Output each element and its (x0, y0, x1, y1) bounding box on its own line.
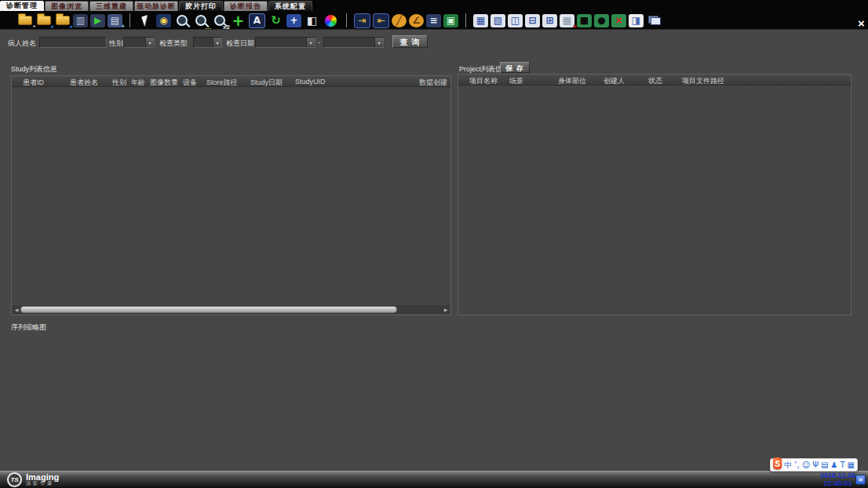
cascade-windows-icon[interactable] (646, 13, 662, 28)
grid-2x2-icon-glyph: ⊞ (545, 16, 553, 25)
sogou-logo-icon[interactable]: S (773, 457, 782, 469)
cursor-shape (141, 15, 151, 27)
project-table-body[interactable] (458, 86, 851, 315)
film-image-icon[interactable]: ▥ (73, 14, 88, 27)
study-list-table: 患者ID患者姓名性别年龄图像数量设备Store路径Study日期StudyUID… (11, 75, 451, 315)
chevron-down-icon: ▾ (145, 38, 154, 47)
window-level-icon-glyph: ◉ (159, 16, 167, 25)
ime-toolbar: S中’,☺Ψ▤♟T▦ (770, 458, 858, 472)
split-horizontal-icon[interactable]: ⊟ (525, 14, 540, 27)
measure-angle-icon-glyph: ∠ (412, 16, 421, 25)
scroll-right-icon[interactable]: ▶ (442, 305, 450, 314)
series-thumbnail-area (0, 331, 868, 471)
cn-en-toggle-icon[interactable]: 中 (784, 461, 792, 469)
color-palette-icon[interactable] (323, 13, 339, 28)
roi-ellipse-icon[interactable]: ● (594, 14, 609, 27)
skin-icon[interactable]: T (840, 461, 844, 469)
taskbar-time: 12:45:01 (820, 479, 855, 487)
tab-6[interactable]: 诊断报告 (224, 1, 268, 11)
column-header[interactable]: StudyUID (295, 78, 326, 86)
open-dicom-folder-icon[interactable]: * (16, 13, 33, 28)
user-account-icon[interactable]: ♟ (830, 461, 837, 469)
query-button[interactable]: 查 询 (392, 35, 428, 48)
grid-close-icon-glyph: ▦ (563, 16, 571, 25)
tab-3[interactable]: 三维重建 (89, 1, 133, 11)
import-study-folder-icon[interactable]: + (54, 13, 71, 28)
toolbar-group-2: ◉…x2+A↻+◧ (137, 13, 339, 28)
zoom-2x-icon[interactable]: x2 (211, 13, 228, 28)
measure-length-icon[interactable]: ╱ (392, 14, 407, 27)
zoom-region-icon[interactable]: … (192, 13, 209, 28)
application-window: 诊断管理图像浏览三维重建颈动脉诊断胶片打印诊断报告系统配置 *++▥▶▤+◉…x… (0, 0, 868, 488)
cursor-select-icon[interactable] (137, 13, 154, 28)
app-logo: TS (7, 472, 22, 487)
scrollbar-thumb[interactable] (20, 306, 397, 313)
roi-rect-icon-glyph: ■ (580, 16, 589, 25)
app-logo-name: Imaging (26, 473, 59, 481)
emoji-icon[interactable]: ☺ (802, 461, 810, 469)
send-study-icon[interactable]: ▶ (90, 14, 105, 27)
voice-input-icon[interactable]: Ψ (812, 461, 819, 469)
project-table-header: 项目名称场景身体部位创建人状态项目文件路径 (458, 75, 851, 86)
chevron-down-icon: ▾ (213, 38, 221, 47)
window-level-icon[interactable]: ◉ (156, 14, 171, 27)
report-notes-icon[interactable]: ≡ (426, 14, 441, 27)
save-button[interactable]: 保 存 (500, 62, 530, 73)
tab-1[interactable]: 诊断管理 (0, 1, 44, 11)
zoom-region-icon-badge: … (205, 24, 211, 31)
tab-2[interactable]: 图像浏览 (45, 1, 89, 11)
scroll-left-icon[interactable]: ◀ (13, 305, 20, 314)
roi-rect-icon[interactable]: ■ (577, 14, 592, 27)
stitch-layout-out-icon[interactable]: ⇤ (373, 13, 389, 28)
study-panel-title: Study列表信息 (11, 64, 57, 75)
study-table-hscrollbar: ◀ ▶ (13, 305, 450, 314)
archive-database-icon[interactable]: ▤+ (108, 14, 122, 27)
soft-keyboard-icon[interactable]: ▤ (821, 461, 828, 469)
grid-remove-icon-glyph: ▦ (476, 16, 485, 25)
toolbar-separator (129, 13, 130, 27)
stitch-layout-in-icon[interactable]: ⇥ (354, 13, 370, 28)
chevron-down-icon: ▾ (374, 38, 383, 47)
toolbox-icon[interactable]: ▦ (848, 461, 855, 469)
annotation-icon[interactable]: A (249, 13, 265, 28)
top-bars: 诊断管理图像浏览三维重建颈动脉诊断胶片打印诊断报告系统配置 *++▥▶▤+◉…x… (0, 0, 868, 30)
tab-5[interactable]: 胶片打印 (179, 1, 223, 11)
grid-edit-icon-glyph: ▧ (494, 16, 502, 25)
pan-icon[interactable]: + (230, 13, 246, 28)
folder-shape (37, 16, 51, 25)
gender-select[interactable]: ▾ (123, 37, 155, 48)
date-range-separator: - (318, 38, 320, 46)
patient-name-input[interactable] (39, 37, 107, 48)
open-study-folder-icon[interactable]: + (35, 13, 52, 28)
taskbar: TS Imaging 清影华康 (0, 471, 868, 488)
fit-window-icon[interactable]: + (286, 14, 301, 27)
punctuation-icon[interactable]: ’, (794, 461, 799, 469)
query-form: 病人姓名 性别 ▾ 检查类型 ▾ 检查日期 ▾ - ▾ 查 询 (0, 35, 868, 50)
language-bar-icon[interactable]: ▤ (855, 475, 866, 485)
scrollbar-track[interactable] (20, 305, 442, 314)
split-vertical-icon[interactable]: ◫ (508, 14, 523, 27)
grid-2x2-icon[interactable]: ⊞ (542, 14, 557, 27)
panel-toggle-icon[interactable]: ◨ (629, 14, 644, 27)
zoom-icon[interactable] (173, 13, 190, 28)
tab-4[interactable]: 颈动脉诊断 (134, 1, 178, 11)
study-table-body[interactable] (12, 87, 450, 315)
roi-delete-icon[interactable]: × (611, 14, 626, 27)
grid-remove-icon[interactable]: ▦ (473, 14, 488, 27)
export-image-icon[interactable]: ▣ (443, 14, 458, 27)
close-button[interactable]: × (855, 16, 868, 30)
chevron-down-icon: ▾ (306, 38, 315, 47)
stitch-layout-in-icon-glyph: ⇥ (358, 16, 366, 25)
invert-icon[interactable]: ◧ (304, 13, 320, 28)
exam-type-select[interactable]: ▾ (193, 37, 222, 48)
grid-edit-icon[interactable]: ▧ (491, 14, 505, 27)
tab-7[interactable]: 系统配置 (268, 1, 312, 11)
exam-date-from-select[interactable]: ▾ (255, 37, 315, 48)
measure-angle-icon[interactable]: ∠ (409, 14, 424, 27)
split-horizontal-icon-glyph: ⊟ (528, 16, 536, 25)
toolbar-group-4: ▦▧◫⊟⊞▦×■●×◨ (473, 13, 662, 28)
exam-date-to-select[interactable]: ▾ (323, 37, 384, 48)
grid-close-icon[interactable]: ▦× (560, 14, 574, 27)
invert-icon-glyph: ◧ (307, 15, 317, 26)
refresh-icon[interactable]: ↻ (268, 13, 284, 28)
